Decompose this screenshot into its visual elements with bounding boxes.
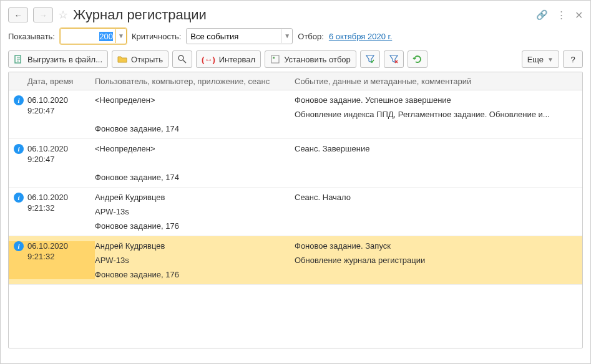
set-filter-label: Установить отбор bbox=[284, 55, 351, 64]
more-vertical-icon[interactable]: ⋮ bbox=[557, 9, 566, 21]
close-icon[interactable]: ✕ bbox=[575, 9, 583, 21]
set-filter-button[interactable]: Установить отбор bbox=[265, 50, 356, 68]
export-button[interactable]: Выгрузить в файл... bbox=[8, 50, 108, 68]
magnifier-icon bbox=[177, 54, 187, 64]
user-cell: <Неопределен> Фоновое задание, 174 bbox=[95, 95, 295, 133]
filter-set-icon bbox=[270, 54, 280, 64]
link-icon[interactable]: 🔗 bbox=[536, 9, 548, 21]
open-label: Открыть bbox=[131, 55, 163, 64]
selection-date-link[interactable]: 6 октября 2020 г. bbox=[329, 32, 392, 41]
severity-dropdown-icon[interactable]: ▼ bbox=[281, 29, 292, 43]
export-label: Выгрузить в файл... bbox=[27, 55, 102, 64]
table-row[interactable]: i06.10.20209:21:32Андрей КудрявцевAPW-13… bbox=[9, 188, 582, 236]
svg-rect-3 bbox=[271, 55, 279, 63]
col-user-header[interactable]: Пользователь, компьютер, приложение, сеа… bbox=[95, 77, 295, 86]
info-icon: i bbox=[14, 95, 24, 105]
table-row[interactable]: i06.10.20209:20:47<Неопределен> Фоновое … bbox=[9, 139, 582, 188]
show-count-field: ▼ bbox=[60, 28, 127, 44]
grid-body[interactable]: i06.10.20209:20:47<Неопределен> Фоновое … bbox=[9, 90, 582, 348]
info-icon: i bbox=[14, 193, 24, 203]
table-row[interactable]: i06.10.20209:21:32Андрей КудрявцевAPW-13… bbox=[9, 236, 582, 285]
interval-label: Интервал bbox=[219, 55, 255, 64]
view-button[interactable] bbox=[172, 50, 192, 68]
severity-select: ▼ bbox=[186, 28, 293, 44]
folder-open-icon bbox=[117, 54, 127, 64]
show-count-dropdown-icon[interactable]: ▼ bbox=[115, 29, 126, 43]
help-button[interactable]: ? bbox=[563, 50, 583, 68]
filter-by-current-button[interactable] bbox=[360, 50, 380, 68]
severity-input[interactable] bbox=[187, 32, 281, 41]
datetime-cell: 06.10.20209:20:47 bbox=[27, 95, 68, 133]
svg-line-2 bbox=[183, 60, 186, 63]
datetime-cell: 06.10.20209:21:32 bbox=[27, 193, 68, 231]
more-button[interactable]: Еще ▼ bbox=[522, 50, 559, 68]
favorite-star-icon[interactable]: ☆ bbox=[58, 8, 68, 22]
refresh-button[interactable] bbox=[408, 50, 427, 68]
svg-rect-4 bbox=[273, 57, 275, 59]
svg-point-1 bbox=[178, 55, 183, 60]
col-datetime-header[interactable]: Дата, время bbox=[9, 77, 95, 86]
user-cell: <Неопределен> Фоновое задание, 174 bbox=[95, 144, 295, 182]
refresh-icon bbox=[413, 54, 422, 64]
user-cell: Андрей КудрявцевAPW-13sФоновое задание, … bbox=[95, 193, 295, 231]
help-icon: ? bbox=[570, 55, 575, 64]
col-event-header[interactable]: Событие, данные и метаданные, комментари… bbox=[295, 77, 582, 86]
export-icon bbox=[14, 54, 24, 64]
info-icon: i bbox=[14, 144, 24, 154]
interval-icon: (↔) bbox=[202, 55, 215, 64]
datetime-cell: 06.10.20209:21:32 bbox=[27, 241, 68, 279]
severity-label: Критичность: bbox=[132, 32, 181, 41]
chevron-down-icon: ▼ bbox=[547, 56, 554, 63]
event-grid: Дата, время Пользователь, компьютер, при… bbox=[8, 72, 583, 348]
funnel-check-icon bbox=[365, 54, 375, 64]
nav-forward-button[interactable]: → bbox=[33, 7, 53, 22]
event-cell: Сеанс. Завершение bbox=[295, 144, 582, 182]
page-title: Журнал регистрации bbox=[73, 7, 207, 23]
toolbar: Выгрузить в файл... Открыть (↔) Интервал… bbox=[8, 50, 583, 68]
open-button[interactable]: Открыть bbox=[112, 50, 169, 68]
table-row[interactable]: i06.10.20209:20:47<Неопределен> Фоновое … bbox=[9, 90, 582, 139]
more-label: Еще bbox=[527, 55, 544, 64]
event-cell: Фоновое задание. Успешное завершениеОбно… bbox=[295, 95, 582, 133]
show-label: Показывать: bbox=[8, 32, 55, 41]
grid-header: Дата, время Пользователь, компьютер, при… bbox=[9, 72, 582, 90]
user-cell: Андрей КудрявцевAPW-13sФоновое задание, … bbox=[95, 241, 295, 279]
filter-bar: Показывать: ▼ Критичность: ▼ Отбор: 6 ок… bbox=[8, 28, 583, 44]
titlebar: ← → ☆ Журнал регистрации 🔗 ⋮ ✕ bbox=[8, 7, 583, 23]
event-cell: Фоновое задание. ЗапускОбновление журнал… bbox=[295, 241, 582, 279]
interval-button[interactable]: (↔) Интервал bbox=[196, 50, 261, 68]
info-icon: i bbox=[14, 241, 24, 251]
event-log-window: ← → ☆ Журнал регистрации 🔗 ⋮ ✕ Показыват… bbox=[0, 0, 591, 364]
event-cell: Сеанс. Начало bbox=[295, 193, 582, 231]
nav-back-button[interactable]: ← bbox=[8, 7, 28, 22]
show-count-input[interactable] bbox=[61, 32, 115, 41]
clear-filter-button[interactable] bbox=[384, 50, 404, 68]
funnel-clear-icon bbox=[389, 54, 399, 64]
datetime-cell: 06.10.20209:20:47 bbox=[27, 144, 68, 182]
selection-label: Отбор: bbox=[298, 32, 324, 41]
